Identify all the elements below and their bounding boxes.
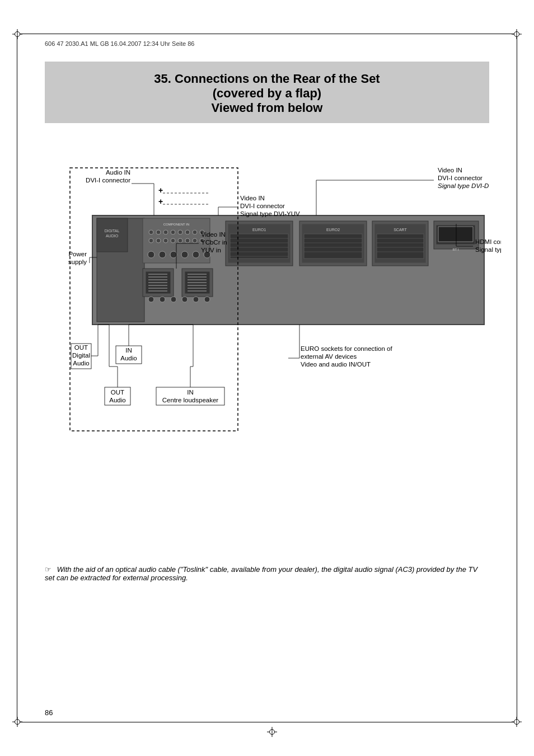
svg-text:Power: Power [68,251,87,257]
svg-text:Signal type DVI-YUV: Signal type DVI-YUV [240,210,300,217]
page-border-right [517,34,517,722]
crosshair-bottom-right [512,717,522,727]
svg-text:+: + [158,186,163,195]
svg-text:Video IN: Video IN [201,231,226,238]
svg-text:+: + [158,197,163,206]
svg-point-11 [185,230,190,234]
svg-text:YUV in: YUV in [201,247,221,253]
svg-text:AUDIO: AUDIO [106,234,119,238]
diagram-svg: DIGITAL AUDIO COMPONENT IN EURO1 [31,134,501,554]
svg-text:external AV devices: external AV devices [301,353,357,360]
svg-point-72 [193,251,199,258]
svg-text:Audio IN: Audio IN [106,169,130,176]
crosshair-top-right [512,29,522,39]
crosshair-top-left [12,29,22,39]
svg-rect-43 [230,234,288,259]
note-section: ☞ With the aid of an optical audio cable… [45,565,489,582]
svg-point-69 [159,251,166,258]
svg-text:Audio: Audio [120,355,137,361]
svg-text:EURO2: EURO2 [326,228,340,232]
svg-point-19 [185,238,190,243]
svg-text:Signal type DVI-D: Signal type DVI-D [438,182,489,189]
page-border-top [17,34,517,34]
svg-text:EURO1: EURO1 [252,228,266,232]
note-text: With the aid of an optical audio cable (… [45,565,477,582]
svg-text:DVI-I connector: DVI-I connector [438,175,483,181]
svg-text:Video and audio IN/OUT: Video and audio IN/OUT [301,361,371,368]
svg-text:EURO sockets for connection of: EURO sockets for connection of [301,345,392,352]
svg-point-79 [204,297,210,302]
svg-text:Video IN: Video IN [240,195,265,201]
svg-text:supply: supply [68,259,87,265]
svg-text:SCART: SCART [394,228,407,232]
crosshair-bottom-left [12,717,22,727]
page-border-bottom [17,722,517,722]
svg-text:RT I: RT I [452,248,458,251]
svg-text:Video IN: Video IN [438,167,462,173]
svg-text:HDMI connector: HDMI connector [475,238,501,245]
svg-text:DVI-I connector: DVI-I connector [86,177,130,184]
svg-point-7 [156,230,161,234]
svg-point-68 [148,251,154,258]
svg-point-20 [193,238,197,243]
title-box: 35. Connections on the Rear of the Set (… [45,62,489,123]
svg-text:YCbCr in: YCbCr in [201,239,227,246]
svg-text:Digital: Digital [72,352,90,359]
svg-rect-52 [304,234,362,259]
svg-point-77 [182,297,188,302]
svg-text:Signal type HDMI: Signal type HDMI [475,246,501,253]
svg-rect-60 [377,234,424,259]
svg-point-78 [193,297,199,302]
svg-text:COMPONENT IN: COMPONENT IN [163,223,190,226]
svg-point-16 [163,238,168,243]
svg-point-12 [193,230,197,234]
meta-line: 606 47 2030.A1 ML GB 16.04.2007 12:34 Uh… [45,40,194,47]
note-icon: ☞ [45,565,51,574]
svg-text:Audio: Audio [109,397,125,403]
svg-point-6 [149,230,153,234]
svg-point-9 [171,230,175,234]
svg-text:OUT: OUT [111,389,124,396]
svg-point-10 [178,230,182,234]
page-border-left [17,34,17,722]
svg-text:DIGITAL: DIGITAL [105,229,120,233]
svg-point-17 [171,238,175,243]
title-line3: Viewed from below [50,101,484,115]
svg-text:Centre loudspeaker: Centre loudspeaker [162,397,219,403]
svg-point-70 [170,251,177,258]
svg-point-18 [178,238,182,243]
page-number: 86 [45,708,53,717]
svg-point-71 [181,251,188,258]
svg-text:DVI-I connector: DVI-I connector [240,203,285,209]
svg-text:OUT: OUT [74,344,88,351]
svg-point-15 [156,238,161,243]
svg-point-8 [163,230,168,234]
svg-text:Audio: Audio [73,360,89,367]
svg-point-14 [149,238,153,243]
title-line2: (covered by a flap) [50,86,484,101]
title-line1: 35. Connections on the Rear of the Set [50,72,484,86]
svg-point-75 [160,297,165,302]
svg-point-74 [148,297,154,302]
svg-text:IN: IN [125,347,132,354]
svg-point-76 [171,297,176,302]
svg-text:IN: IN [187,389,194,396]
